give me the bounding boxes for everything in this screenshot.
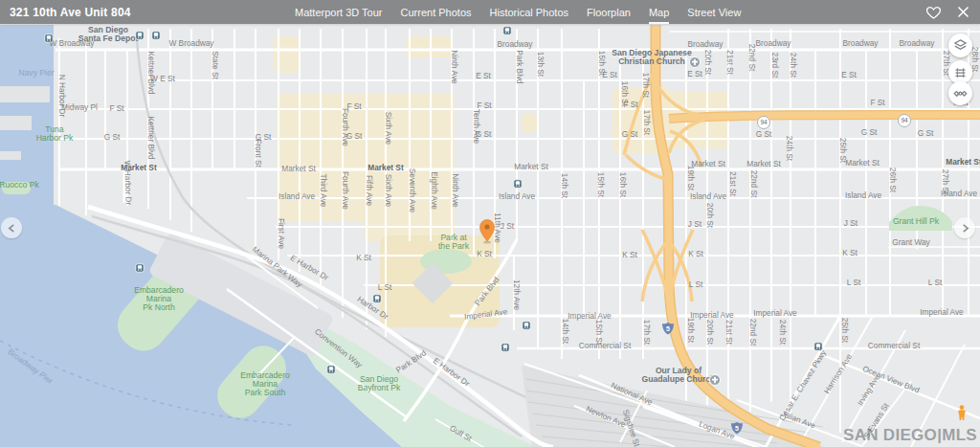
- map-label: L St: [847, 278, 861, 287]
- map-label: Broadway: [843, 38, 880, 48]
- close-icon[interactable]: [954, 3, 972, 21]
- map-label: 24th St: [789, 53, 798, 78]
- transit-station-icon: [373, 295, 381, 302]
- pegman-street-view-icon[interactable]: [956, 405, 968, 425]
- map-label: 24th St: [785, 136, 794, 162]
- transit-station-icon: [523, 322, 530, 329]
- map-label: W Broadway: [168, 38, 214, 48]
- map-label: 15th St: [594, 320, 604, 346]
- map-label: Seventh Ave: [408, 168, 417, 213]
- map-label: Commercial St: [579, 341, 632, 350]
- tab-current-photos[interactable]: Current Photos: [401, 0, 472, 24]
- church-icon: [710, 375, 721, 386]
- map-label: 22nd St: [749, 170, 759, 198]
- map-label: Ninth Ave: [451, 173, 460, 208]
- map-label: Imperial Ave: [753, 308, 797, 318]
- map-label: E St: [687, 69, 702, 78]
- map-label: Park Blvd: [515, 50, 524, 84]
- map-label: L St: [378, 282, 392, 292]
- map-satellite-button[interactable]: [948, 81, 972, 105]
- map-label: J St: [844, 218, 858, 228]
- map-label: Island Ave: [845, 190, 882, 200]
- map-label: 14th St: [561, 319, 570, 345]
- transit-station-icon: [136, 32, 144, 39]
- map-label: Commercial St: [868, 341, 921, 350]
- map-label: L St: [689, 279, 703, 289]
- map-label: 23rd St: [770, 53, 780, 78]
- map-label: 12th Ave: [512, 279, 522, 311]
- map-label: K St: [356, 253, 371, 262]
- favorite-heart-icon[interactable]: [924, 3, 943, 21]
- tab-map[interactable]: Map: [649, 0, 669, 24]
- map-label: 24th St: [778, 320, 788, 346]
- map-label: K St: [622, 250, 637, 259]
- map-label: F St: [870, 98, 885, 107]
- map-label: 17th St: [642, 320, 652, 346]
- map-label: 27th St: [941, 169, 950, 195]
- map-label: G St: [104, 132, 121, 142]
- transit-station-icon: [501, 344, 509, 351]
- map-label: Grant Hill Pk: [893, 216, 940, 226]
- map-label: 25th St: [838, 138, 848, 164]
- map-label: 21st St: [724, 320, 734, 346]
- map-label: Market St: [845, 158, 880, 168]
- map-label: Fourth Ave: [341, 108, 350, 146]
- map-label: 26th St: [888, 168, 898, 193]
- map-label: Navy Pier: [18, 68, 54, 78]
- svg-text:5: 5: [666, 325, 670, 332]
- map-label: Imperial Ave: [920, 307, 964, 317]
- map-label: 19th St: [686, 318, 696, 344]
- transit-station-icon: [136, 264, 144, 272]
- map-label: Ruocco Pk: [0, 180, 39, 190]
- map-label: Fifth Ave: [365, 175, 374, 207]
- map-label: Kettner Blvd: [146, 51, 156, 95]
- map-label: Island Ave: [690, 191, 727, 201]
- transit-station-icon: [503, 27, 511, 34]
- transit-station-icon: [152, 32, 160, 39]
- map-label: 21st St: [725, 50, 735, 76]
- svg-text:94: 94: [760, 119, 768, 125]
- highway-shield-94: 94: [899, 115, 911, 127]
- map-label: 15th St: [597, 51, 607, 77]
- map-label: State St: [211, 51, 220, 79]
- map-label: Imperial Ave: [690, 310, 734, 320]
- next-media-button[interactable]: [954, 217, 975, 238]
- tab-historical-photos[interactable]: Historical Photos: [490, 0, 569, 24]
- map-label: Grant Way: [892, 237, 930, 247]
- transit-station-icon: [514, 180, 522, 188]
- map-label: Island Ave: [499, 191, 536, 201]
- previous-media-button[interactable]: [1, 217, 22, 238]
- tab-bar: Matterport 3D TourCurrent PhotosHistoric…: [295, 0, 741, 24]
- map-label: Broadway: [900, 38, 936, 48]
- mls-watermark: SAN DIEGO|MLS: [843, 426, 977, 445]
- map-label: 16th St: [620, 81, 630, 107]
- map-label: W Harbor Dr: [122, 160, 134, 205]
- tab-floorplan[interactable]: Floorplan: [587, 0, 631, 24]
- map-label: K St: [477, 249, 492, 258]
- map-label: 21st St: [728, 171, 738, 197]
- map-label: Park atthe Park: [438, 233, 470, 251]
- map-label: Third Ave: [319, 174, 328, 208]
- map-label: G St: [918, 128, 934, 138]
- map-label: G St: [861, 127, 878, 137]
- map-label: F St: [109, 103, 124, 113]
- map-layers-button[interactable]: [948, 34, 972, 57]
- map-label: J St: [688, 219, 702, 229]
- map-label: San Diego JapaneseChristian Church: [612, 48, 692, 66]
- map-label: K St: [842, 248, 858, 257]
- map-label: 22nd St: [748, 319, 758, 346]
- listing-media-viewer: W BroadwayW BroadwayBroadwayBroadwayBroa…: [0, 0, 980, 447]
- map-label: 14th St: [560, 173, 569, 199]
- svg-text:5: 5: [735, 425, 739, 432]
- map-canvas[interactable]: W BroadwayW BroadwayBroadwayBroadwayBroa…: [0, 0, 980, 447]
- map-label: 17th St: [642, 110, 652, 136]
- viewer-header: 321 10th Ave Unit 804 Matterport 3D Tour…: [0, 0, 980, 24]
- map-label: G St: [622, 129, 638, 139]
- map-label: Market St: [946, 157, 980, 167]
- map-label: 19th St: [686, 166, 696, 191]
- map-label: Market St: [281, 164, 316, 173]
- map-label: Front St: [254, 139, 263, 168]
- map-label: Tenth Ave: [472, 109, 481, 145]
- tab-street-view[interactable]: Street View: [687, 0, 741, 24]
- tab-matterport-3d-tour[interactable]: Matterport 3D Tour: [295, 0, 383, 24]
